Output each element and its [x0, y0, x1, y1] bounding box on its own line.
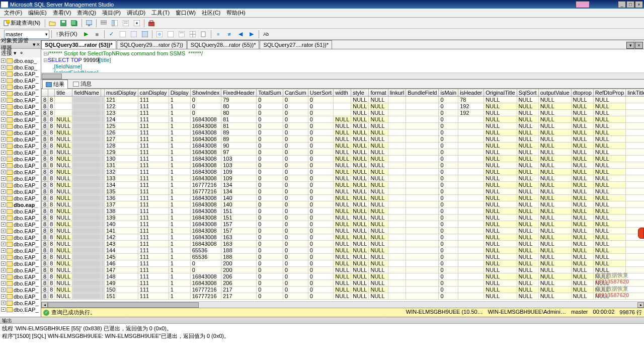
tree-node[interactable]: +dbo.EAP_: [0, 241, 41, 247]
grid-cell[interactable]: NULL: [369, 293, 388, 300]
grid-cell[interactable]: 0: [439, 169, 458, 175]
grid-cell[interactable]: NULL: [538, 221, 571, 228]
grid-cell[interactable]: 111: [138, 280, 169, 287]
grid-cell[interactable]: 89: [221, 129, 257, 136]
grid-cell[interactable]: NULL: [517, 273, 538, 280]
expand-icon[interactable]: +: [1, 229, 6, 233]
grid-cell[interactable]: NULL: [484, 228, 517, 234]
grid-cell[interactable]: [458, 260, 484, 267]
grid-cell[interactable]: NULL: [484, 162, 517, 169]
grid-cell[interactable]: 1: [169, 247, 190, 254]
grid-cell[interactable]: 1: [169, 103, 190, 110]
grid-cell[interactable]: [458, 182, 484, 188]
grid-cell[interactable]: [406, 103, 439, 110]
column-header[interactable]: UserSort: [308, 89, 333, 97]
grid-cell[interactable]: NULL: [484, 201, 517, 208]
grid-cell[interactable]: 0: [283, 247, 308, 254]
column-header[interactable]: TotalSum: [257, 89, 283, 97]
grid-cell[interactable]: [101, 143, 104, 149]
table-row[interactable]: 88NULL151111116777216217000NULLNULLNULL0…: [42, 293, 645, 300]
grid-cell[interactable]: 16843008: [190, 149, 221, 156]
grid-cell[interactable]: 8: [48, 221, 55, 228]
row-header[interactable]: 8: [42, 234, 48, 241]
grid-cell[interactable]: NULL: [351, 215, 369, 221]
results-to-grid-button[interactable]: [188, 30, 198, 39]
column-header[interactable]: RefDtoProp: [593, 89, 625, 97]
object-explorer-button[interactable]: [110, 19, 120, 28]
editor-hscrollbar[interactable]: [41, 73, 644, 79]
grid-cell[interactable]: NULL: [517, 221, 538, 228]
grid-cell[interactable]: [72, 129, 101, 136]
grid-cell[interactable]: [626, 260, 644, 267]
grid-cell[interactable]: [626, 267, 644, 273]
grid-cell[interactable]: NULL: [484, 182, 517, 188]
grid-cell[interactable]: 0: [283, 175, 308, 182]
grid-cell[interactable]: 8: [48, 182, 55, 188]
scroll-right-arrow[interactable]: ▸: [637, 302, 644, 308]
grid-cell[interactable]: [458, 129, 484, 136]
grid-cell[interactable]: NULL: [334, 293, 351, 300]
grid-cell[interactable]: 206: [221, 280, 257, 287]
tab-sqlquery28[interactable]: SQLQuery28....rator (55))*: [187, 40, 260, 49]
tree-node[interactable]: +dbo.EAP_: [0, 162, 41, 169]
table-row[interactable]: 88NULL142111116843008163000NULLNULLNULL0…: [42, 234, 645, 241]
grid-cell[interactable]: 8: [48, 201, 55, 208]
grid-cell[interactable]: 1: [169, 116, 190, 123]
grid-cell[interactable]: NULL: [571, 287, 593, 293]
grid-cell[interactable]: 109: [221, 169, 257, 175]
grid-cell[interactable]: [101, 267, 104, 273]
grid-cell[interactable]: NULL: [369, 195, 388, 201]
grid-cell[interactable]: 0: [257, 129, 283, 136]
grid-cell[interactable]: [388, 188, 406, 195]
grid-cell[interactable]: [72, 280, 101, 287]
grid-cell[interactable]: NULL: [571, 143, 593, 149]
grid-cell[interactable]: [406, 260, 439, 267]
grid-cell[interactable]: NULL: [369, 228, 388, 234]
grid-cell[interactable]: [406, 221, 439, 228]
grid-cell[interactable]: 0: [308, 195, 333, 201]
grid-cell[interactable]: NULL: [593, 143, 625, 149]
grid-cell[interactable]: 188: [221, 254, 257, 260]
grid-cell[interactable]: 140: [221, 201, 257, 208]
grid-cell[interactable]: 8: [48, 228, 55, 234]
grid-cell[interactable]: NULL: [369, 103, 388, 110]
grid-cell[interactable]: 80: [221, 103, 257, 110]
grid-cell[interactable]: 0: [308, 241, 333, 247]
grid-cell[interactable]: 111: [138, 241, 169, 247]
grid-cell[interactable]: [458, 287, 484, 293]
grid-cell[interactable]: 8: [48, 260, 55, 267]
grid-cell[interactable]: 16843008: [190, 162, 221, 169]
grid-cell[interactable]: 16843008: [190, 195, 221, 201]
grid-cell[interactable]: 0: [283, 241, 308, 247]
grid-cell[interactable]: NULL: [484, 267, 517, 273]
grid-cell[interactable]: 0: [283, 293, 308, 300]
column-header[interactable]: ShowIndex: [190, 89, 221, 97]
grid-cell[interactable]: 8: [48, 123, 55, 129]
grid-cell[interactable]: NULL: [593, 129, 625, 136]
expand-icon[interactable]: +: [1, 144, 6, 148]
column-header[interactable]: mustDisplay: [104, 89, 138, 97]
grid-cell[interactable]: NULL: [538, 280, 571, 287]
grid-cell[interactable]: 0: [257, 188, 283, 195]
grid-cell[interactable]: 132: [104, 169, 138, 175]
column-header[interactable]: canDisplay: [138, 89, 169, 97]
grid-cell[interactable]: 0: [308, 208, 333, 215]
grid-cell[interactable]: NULL: [334, 241, 351, 247]
grid-cell[interactable]: [72, 241, 101, 247]
grid-cell[interactable]: NULL: [517, 169, 538, 175]
grid-cell[interactable]: [101, 162, 104, 169]
grid-cell[interactable]: [388, 293, 406, 300]
grid-cell[interactable]: NULL: [538, 182, 571, 188]
grid-cell[interactable]: 0: [283, 287, 308, 293]
row-header[interactable]: 8: [42, 228, 48, 234]
grid-cell[interactable]: 16843008: [190, 241, 221, 247]
grid-cell[interactable]: 103: [221, 162, 257, 169]
expand-icon[interactable]: +: [1, 65, 6, 69]
grid-cell[interactable]: 89: [221, 136, 257, 143]
grid-cell[interactable]: 111: [138, 123, 169, 129]
grid-cell[interactable]: NULL: [484, 97, 517, 103]
grid-cell[interactable]: [458, 280, 484, 287]
grid-cell[interactable]: NULL: [517, 201, 538, 208]
grid-cell[interactable]: 0: [439, 149, 458, 156]
row-header[interactable]: 8: [42, 182, 48, 188]
